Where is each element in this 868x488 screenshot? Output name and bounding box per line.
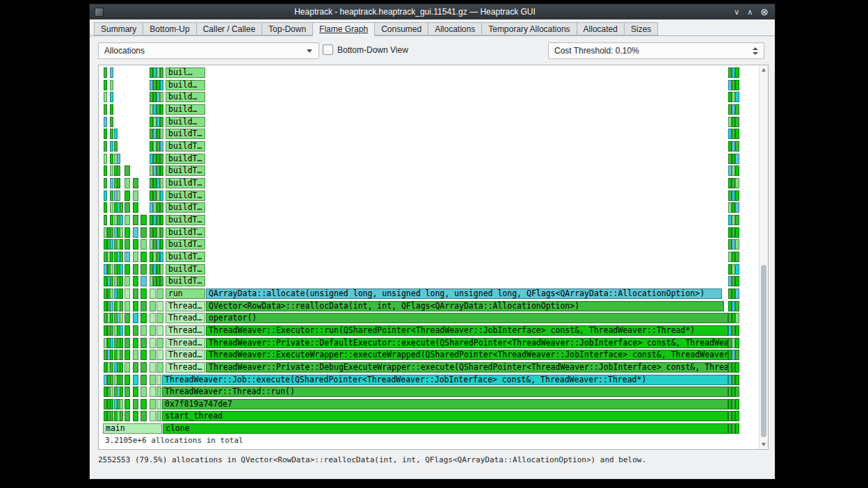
tab-sizes[interactable]: Sizes — [625, 22, 658, 35]
flame-segment[interactable] — [156, 350, 163, 360]
tab-consumed[interactable]: Consumed — [375, 22, 428, 35]
flame-segment[interactable] — [104, 202, 107, 213]
flame-segment[interactable] — [156, 288, 163, 299]
tab-flame-graph[interactable]: Flame Graph — [313, 22, 375, 36]
flame-segment[interactable]: buildT… — [166, 190, 205, 201]
flame-segment[interactable] — [124, 325, 130, 336]
flame-segment[interactable] — [110, 215, 113, 225]
flame-segment[interactable] — [110, 252, 113, 262]
flame-segment[interactable] — [110, 92, 113, 102]
flame-segment[interactable] — [110, 338, 113, 348]
flame-segment[interactable] — [156, 375, 161, 385]
flame-segment[interactable] — [735, 117, 739, 127]
flame-segment[interactable] — [156, 362, 163, 373]
flame-segment[interactable]: buildT… — [166, 129, 205, 139]
flame-segment[interactable] — [124, 202, 130, 213]
flame-segment[interactable] — [120, 411, 123, 421]
flame-segment[interactable]: buildT… — [166, 239, 205, 250]
flame-segment[interactable] — [110, 325, 113, 336]
flame-segment[interactable]: buildT… — [166, 252, 205, 262]
flame-segment[interactable]: Thread… — [166, 338, 205, 348]
flame-segment[interactable] — [133, 375, 138, 385]
flame-segment[interactable] — [110, 141, 113, 152]
flame-segment[interactable] — [735, 362, 739, 373]
flame-segment[interactable] — [110, 399, 113, 409]
flame-segment[interactable]: buildT… — [166, 227, 205, 238]
flame-segment[interactable] — [133, 399, 138, 409]
flame-segment[interactable] — [156, 325, 163, 336]
flame-segment[interactable] — [133, 350, 138, 360]
flame-segment[interactable] — [120, 264, 123, 275]
flame-segment[interactable] — [110, 239, 113, 250]
flame-segment[interactable]: Thread… — [166, 325, 205, 336]
scrollbar-thumb[interactable] — [761, 265, 766, 437]
tab-caller-callee[interactable]: Caller / Callee — [197, 22, 262, 35]
flame-segment[interactable] — [735, 313, 739, 323]
cost-threshold-spinbox[interactable]: Cost Threshold: 0.10% — [548, 42, 764, 59]
flame-segment[interactable] — [156, 301, 163, 311]
flame-segment[interactable] — [133, 411, 138, 421]
flame-segment[interactable]: Thread… — [166, 301, 205, 311]
flame-segment[interactable] — [104, 117, 107, 127]
flame-segment[interactable] — [104, 141, 107, 152]
flame-segment[interactable] — [120, 399, 123, 409]
flame-segment[interactable] — [110, 165, 113, 176]
flame-segment[interactable] — [150, 350, 156, 360]
flame-segment[interactable] — [140, 252, 147, 262]
flame-segment[interactable]: build… — [166, 104, 205, 115]
flame-segment[interactable] — [160, 154, 163, 164]
flame-segment[interactable]: build… — [166, 80, 205, 90]
flame-segment[interactable] — [120, 252, 123, 262]
flame-segment[interactable] — [104, 178, 107, 188]
scroll-down-icon[interactable] — [762, 443, 766, 446]
flame-segment[interactable] — [124, 387, 130, 397]
flame-segment[interactable] — [150, 301, 156, 311]
flame-segment[interactable] — [735, 350, 739, 360]
spin-up-icon[interactable] — [753, 47, 758, 50]
flame-segment[interactable] — [160, 67, 163, 78]
flame-segment[interactable] — [735, 276, 739, 286]
flame-segment[interactable] — [120, 387, 123, 397]
flame-segment[interactable] — [140, 276, 147, 286]
flame-segment[interactable] — [120, 227, 123, 238]
flame-segment[interactable] — [160, 190, 163, 201]
flame-segment[interactable] — [104, 129, 107, 139]
flame-segment[interactable] — [735, 375, 739, 385]
scroll-up-icon[interactable] — [762, 68, 766, 72]
flame-segment[interactable] — [120, 202, 123, 213]
flame-segment[interactable] — [735, 264, 739, 275]
flame-segment[interactable] — [735, 190, 739, 201]
flame-segment[interactable] — [156, 387, 161, 397]
flame-segment[interactable] — [114, 129, 118, 139]
flame-segment[interactable] — [124, 350, 130, 360]
flame-segment[interactable] — [133, 362, 138, 373]
flame-segment[interactable] — [140, 313, 147, 323]
flame-segment[interactable] — [133, 202, 138, 213]
flame-segment[interactable]: ThreadWeaver::Executor::run(QSharedPoint… — [206, 325, 728, 336]
flame-segment[interactable] — [133, 178, 138, 188]
tab-allocated[interactable]: Allocated — [577, 22, 625, 35]
flame-segment[interactable] — [735, 104, 739, 115]
flame-segment[interactable] — [140, 301, 147, 311]
flame-segment[interactable] — [124, 227, 130, 238]
flame-segment[interactable]: buildT… — [166, 154, 205, 164]
flame-segment[interactable] — [133, 252, 138, 262]
flame-segment[interactable] — [160, 117, 163, 127]
flame-segment[interactable]: QVector<RowData>::reallocData(int, int, … — [206, 301, 724, 311]
flame-segment[interactable] — [140, 350, 147, 360]
flame-segment[interactable]: buildT… — [166, 202, 205, 213]
flame-segment[interactable] — [120, 325, 123, 336]
flame-segment[interactable] — [120, 276, 123, 286]
flame-segment[interactable] — [150, 338, 156, 348]
flame-segment[interactable] — [120, 288, 123, 299]
flame-segment[interactable] — [133, 215, 138, 225]
flame-segment[interactable] — [160, 129, 163, 139]
flame-segment[interactable] — [140, 338, 147, 348]
flame-segment[interactable] — [110, 350, 113, 360]
flame-segment[interactable] — [124, 288, 130, 299]
flame-segment[interactable] — [110, 313, 113, 323]
flame-segment[interactable]: QArrayData::allocate(unsigned long, unsi… — [206, 288, 722, 299]
flame-segment[interactable]: ThreadWeaver::ExecuteWrapper::executeWra… — [206, 350, 728, 360]
flame-segment[interactable] — [735, 202, 739, 213]
flame-segment[interactable] — [120, 375, 123, 385]
